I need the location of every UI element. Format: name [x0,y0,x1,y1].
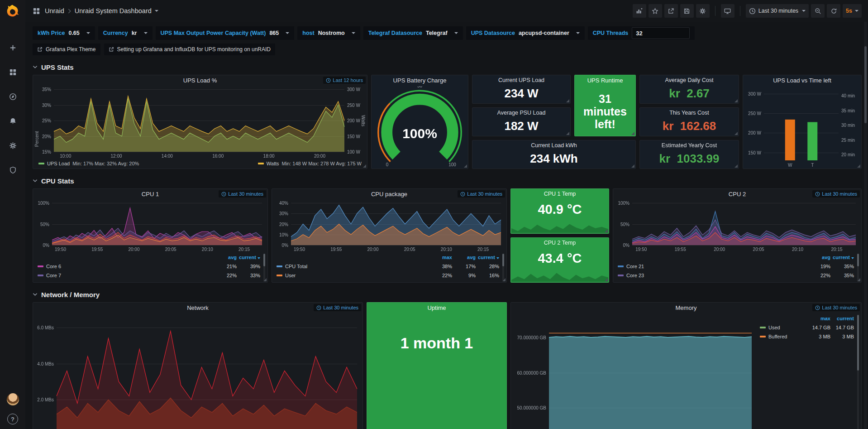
refresh-button[interactable] [827,4,840,18]
cpu-threads-input[interactable]: 32 [632,27,690,39]
cpu1-chart[interactable] [33,200,267,252]
help-icon[interactable]: ? [7,414,18,424]
legend-row[interactable]: CPU Total38%17%28% [277,262,499,271]
save-button[interactable] [680,4,694,18]
legend-row[interactable]: Core 2322%35% [618,271,854,280]
time-badge[interactable]: Last 30 minutes [812,190,860,198]
legend-row[interactable]: Used14.7 GB14.7 GB [760,323,854,332]
panel-title[interactable]: CPU 1 Temp [511,189,609,199]
resize-handle[interactable] [631,132,634,135]
legend-scrollbar[interactable] [857,315,859,429]
panel-title[interactable]: Average Daily Cost [640,75,739,86]
resize-handle[interactable] [605,229,608,232]
time-badge[interactable]: Last 12 hours [323,77,366,84]
panel-title[interactable]: UPS Load vs Time left [743,75,861,86]
resize-handle[interactable] [631,164,634,168]
configuration-gear-icon[interactable] [5,139,20,152]
zoom-out-button[interactable] [811,4,825,18]
ups-load-time-bars[interactable] [743,86,861,169]
share-button[interactable] [664,4,678,18]
time-range-picker[interactable]: Last 30 minutes [746,4,809,18]
server-admin-shield-icon[interactable] [5,163,20,177]
breadcrumb-current[interactable]: Unraid System Dashboard [75,7,152,14]
memory-chart[interactable] [511,313,755,429]
variable-telegraf-datasource[interactable]: Telegraf DatasourceTelegraf [363,26,463,40]
time-badge[interactable]: Last 30 minutes [219,190,266,198]
panel-title[interactable]: Current Load kWh [472,140,635,151]
legend-sort-column[interactable]: max [429,255,452,260]
variable-ups-max-output[interactable]: UPS Max Output Power Capacity (Watt)865 [156,26,295,40]
legend-sort-column[interactable]: avg [213,255,237,260]
resize-handle[interactable] [605,278,608,281]
section-cpu-stats[interactable]: CPU Stats [33,176,862,186]
resize-handle[interactable] [734,164,738,168]
resize-handle[interactable] [566,132,569,135]
legend-scrollbar[interactable] [857,254,859,281]
legend-scrollbar[interactable] [263,254,265,281]
resize-handle[interactable] [263,278,267,281]
cpu-package-chart[interactable] [272,200,506,252]
legend-sort-column[interactable]: current [476,255,499,260]
resize-handle[interactable] [464,164,467,168]
battery-gauge[interactable] [372,86,468,169]
legend-item[interactable]: WattsMin: 148 W Max: 278 W Avg: 175 W [258,161,362,166]
time-badge[interactable]: Last 30 minutes [314,304,361,311]
link-ups-monitoring-guide[interactable]: Setting up Grafana and InfluxDB for UPS … [104,43,276,55]
section-ups-stats[interactable]: UPS Stats [33,62,862,72]
legend-row[interactable]: Core 2119%35% [618,262,854,271]
cycle-view-monitor-button[interactable] [721,4,734,18]
panel-title[interactable]: CPU 2 Temp [511,238,609,248]
variable-ups-datasource[interactable]: UPS Datasourceapcupsd-container [466,26,585,40]
legend-sort-column[interactable]: current [830,316,854,321]
legend-sort-column[interactable]: avg [807,255,830,260]
panel-title[interactable]: Average PSU Load [472,108,570,118]
legend-row[interactable]: Core 722%33% [38,271,260,280]
scrollbar-thumb[interactable] [864,46,867,123]
panel-title[interactable]: Uptime [367,303,506,313]
cpu2-chart[interactable] [613,200,861,252]
panel-title[interactable]: UPS Runtime [575,75,635,86]
legend-sort-column[interactable]: current [237,255,260,260]
breadcrumb-root[interactable]: Unraid [45,7,64,14]
legend-scrollbar[interactable] [502,254,504,281]
dashboard-settings-button[interactable] [696,4,710,18]
explore-compass-icon[interactable] [5,90,20,103]
legend-row[interactable]: Core 621%39% [38,262,260,271]
panel-title[interactable]: Network [33,303,362,313]
variable-currency[interactable]: Currencykr [98,26,153,40]
resize-handle[interactable] [857,278,860,281]
panel-title[interactable]: UPS Load % [33,75,367,86]
alerting-bell-icon[interactable] [5,114,20,128]
panel-title[interactable]: This Years Cost [640,108,739,118]
resize-handle[interactable] [734,132,738,135]
time-badge[interactable]: Last 30 minutes [458,190,505,198]
dashboards-icon[interactable] [5,65,20,79]
legend-sort-column[interactable]: avg [452,255,476,260]
grafana-logo-icon[interactable] [4,4,21,21]
resize-handle[interactable] [502,278,506,281]
resize-handle[interactable] [857,164,860,168]
resize-handle[interactable] [734,99,738,102]
chevron-down-icon[interactable] [155,10,158,12]
panel-title[interactable]: Current UPS Load [472,75,570,86]
network-chart[interactable] [33,313,362,429]
favorite-star-button[interactable] [649,4,662,18]
resize-handle[interactable] [363,164,366,168]
user-avatar[interactable] [7,393,19,405]
legend-row[interactable]: User22%9%16% [277,271,499,280]
page-scrollbar[interactable] [864,22,867,429]
variable-host[interactable]: hostNostromo [297,26,360,40]
resize-handle[interactable] [566,99,569,102]
legend-sort-column[interactable]: current [830,255,854,260]
panel-title[interactable]: UPS Battery Charge [372,75,468,86]
ups-load-chart[interactable] [33,86,367,159]
legend-row[interactable]: Buffered3 MB3 MB [760,332,854,341]
panel-title[interactable]: Memory [511,303,861,313]
refresh-interval-picker[interactable]: 5s [843,4,862,18]
legend-item[interactable]: UPS LoadMin: 17% Max: 32% Avg: 20% [38,161,139,166]
time-badge[interactable]: Last 30 minutes [812,304,860,311]
dashboard-grid-icon[interactable] [33,7,40,15]
section-network-memory[interactable]: Network / Memory [33,289,862,299]
variable-kwh-price[interactable]: kWh Price0.65 [33,26,95,40]
legend-sort-column[interactable]: max [807,316,830,321]
